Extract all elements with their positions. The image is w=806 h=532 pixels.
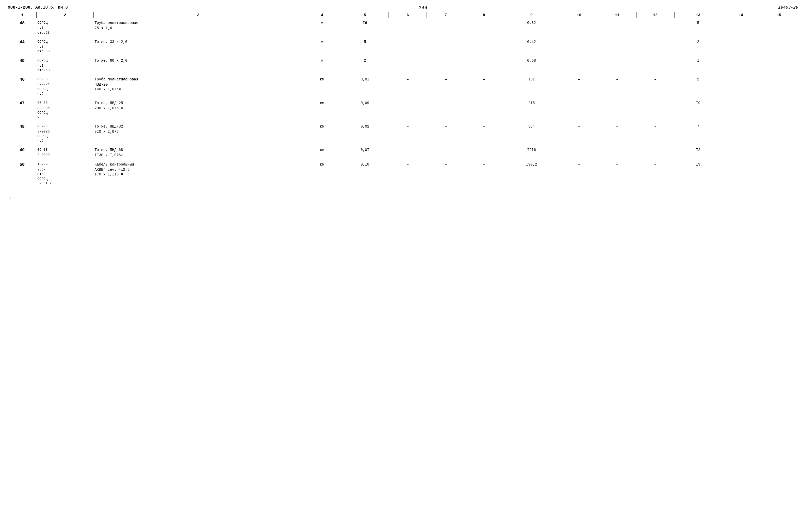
item-ref: ССРСЦ: [36, 87, 93, 92]
item-col-11: [598, 92, 636, 96]
item-ref: ССРСЦ: [36, 111, 93, 115]
item-col-5: [341, 26, 389, 31]
item-description: [93, 134, 303, 139]
col-header-13: 13: [674, 12, 722, 18]
item-number: 44: [8, 37, 36, 45]
item-col-14: [722, 75, 760, 82]
item-table-5: 4805-03То же, ПВД-32км0,02–––384–––78-00…: [8, 122, 798, 145]
item-col-4: [303, 168, 341, 172]
item-description: То же, ПВД-32: [93, 122, 303, 130]
item-col-15: [760, 87, 798, 92]
item-col-7: [427, 177, 465, 182]
item-col-8: [465, 50, 503, 54]
item-col-7: [427, 82, 465, 87]
item-number: 49: [8, 145, 36, 153]
item-col-4: км: [303, 75, 341, 82]
item-col-11: –: [598, 75, 636, 82]
item-col-7: [427, 153, 465, 158]
item-col-12: –: [636, 37, 674, 45]
item-description: 25 х 1,6: [93, 26, 303, 31]
item-ref: стр.68: [36, 31, 93, 35]
item-col-8: –: [465, 56, 503, 64]
item-col-9: [503, 45, 560, 50]
item-col-4: [303, 82, 341, 87]
item-col-6: [389, 115, 427, 120]
item-col-10: [560, 182, 598, 186]
item-ref: ССРСЦ: [36, 37, 93, 45]
item-col-11: [598, 139, 636, 143]
item-col-11: [598, 87, 636, 92]
item-col-7: –: [427, 122, 465, 130]
item-col-15: [760, 64, 798, 68]
item-col-6: [389, 50, 427, 54]
item-col-4: [303, 111, 341, 115]
item-col-5: [341, 168, 389, 172]
item-col-12: –: [636, 145, 674, 153]
item-description: То же, ПНД-68: [93, 145, 303, 153]
item-description: [93, 115, 303, 120]
item-col-15: [760, 50, 798, 54]
item-col-10: –: [560, 75, 598, 82]
item-description: То же, 33 х 2,0: [93, 37, 303, 45]
item-col-5: [341, 115, 389, 120]
header-center: — 244 —: [412, 5, 434, 11]
item-col-9: [503, 177, 560, 182]
item-col-10: –: [560, 160, 598, 168]
item-col-13: [674, 50, 722, 54]
item-description: ПВД-20: [93, 82, 303, 87]
item-col-9: [503, 111, 560, 115]
item-col-12: [636, 92, 674, 96]
item-col-7: [427, 50, 465, 54]
item-col-12: [636, 115, 674, 120]
item-col-13: [674, 31, 722, 35]
item-col-5: [341, 182, 389, 186]
item-col-11: [598, 111, 636, 115]
item-col-4: [303, 64, 341, 68]
item-col-8: –: [465, 160, 503, 168]
item-col-8: [465, 182, 503, 186]
table-row: ч.I: [8, 45, 798, 50]
item-col-10: [560, 153, 598, 158]
item-col-5: 0,I0: [341, 160, 389, 168]
item-description: [93, 68, 303, 73]
item-col-10: [560, 111, 598, 115]
item-col-15: [760, 139, 798, 143]
item-number: 47: [8, 98, 36, 106]
item-col-11: [598, 177, 636, 182]
item-col-5: [341, 172, 389, 177]
table-row: 44ССРСЦТо же, 33 х 2,0м5–––0,42–––2: [8, 37, 798, 45]
item-col-14: [722, 68, 760, 73]
item-col-8: –: [465, 37, 503, 45]
item-col-11: –: [598, 145, 636, 153]
item-col-4: [303, 172, 341, 177]
item-col-11: [598, 31, 636, 35]
item-col-12: [636, 31, 674, 35]
item-col-15: [760, 153, 798, 158]
item-col-10: [560, 68, 598, 73]
item-col-10: [560, 177, 598, 182]
item-description: I40 х I,076=: [93, 87, 303, 92]
item-col-7: –: [427, 56, 465, 64]
bottom-corner: └: [8, 196, 798, 201]
item-col-5: [341, 111, 389, 115]
item-col-12: [636, 168, 674, 172]
col-header-8: 8: [465, 12, 503, 18]
table-row: 4905-03То же, ПНД-68км0,0I–––I2I6–––I2: [8, 145, 798, 153]
spacer-row: [8, 54, 798, 56]
item-col-9: [503, 87, 560, 92]
item-col-7: [427, 168, 465, 172]
item-col-5: [341, 45, 389, 50]
item-col-13: [674, 82, 722, 87]
item-col-6: [389, 153, 427, 158]
item-col-13: I: [674, 56, 722, 64]
item-col-10: –: [560, 145, 598, 153]
item-col-15: [760, 26, 798, 31]
item-col-8: –: [465, 75, 503, 82]
item-col-12: [636, 64, 674, 68]
item-ref: ССРСЦ: [36, 177, 93, 182]
item-col-15: [760, 45, 798, 50]
item-col-4: м: [303, 56, 341, 64]
table-row: 8-0004ПВД-20: [8, 82, 798, 87]
table-row: стр.68: [8, 31, 798, 35]
item-col-9: [503, 168, 560, 172]
